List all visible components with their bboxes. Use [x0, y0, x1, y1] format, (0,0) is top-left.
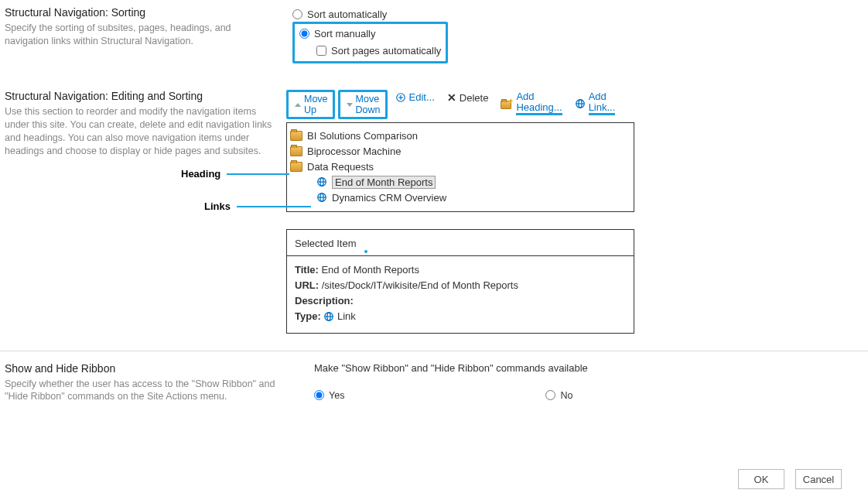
- tree-item-label: Biprocessor Machine: [307, 146, 401, 157]
- tree-item-label: Data Requests: [307, 161, 374, 173]
- sort-manual-radio[interactable]: [299, 29, 309, 39]
- sort-manual-highlight: Sort manually Sort pages automatically: [292, 22, 448, 63]
- detail-url-value: /sites/Dock/IT/wikisite/End of Month Rep…: [322, 279, 518, 291]
- editing-title: Structural Navigation: Editing and Sorti…: [5, 90, 286, 102]
- ribbon-title: Show and Hide Ribbon: [5, 362, 306, 375]
- detail-url-label: URL:: [295, 279, 319, 291]
- tree-link[interactable]: Dynamics CRM Overview: [316, 190, 630, 205]
- tree-item-label: Dynamics CRM Overview: [332, 192, 446, 204]
- ribbon-desc: Specify whether the user has access to t…: [5, 378, 275, 404]
- ribbon-no-label: No: [560, 390, 572, 401]
- add-heading-label: Add Heading...: [516, 91, 562, 115]
- caret-dot: [364, 250, 367, 253]
- sorting-desc: Specify the sorting of subsites, pages, …: [5, 22, 275, 48]
- annotation-label: Links: [204, 200, 231, 212]
- detail-type-value: Link: [337, 310, 356, 322]
- sort-auto-label: Sort automatically: [307, 9, 387, 20]
- arrow-up-icon: [293, 101, 301, 108]
- folder-icon: [290, 162, 302, 172]
- ribbon-yes-radio[interactable]: [314, 390, 324, 400]
- selected-item-panel: Selected Item Title: End of Month Report…: [286, 229, 634, 334]
- sorting-title: Structural Navigation: Sorting: [5, 6, 286, 19]
- ribbon-yes-label: Yes: [329, 390, 344, 401]
- delete-button[interactable]: ✕ Delete: [443, 90, 494, 105]
- add-link-label: Add Link...: [589, 91, 616, 115]
- link-icon: [575, 98, 586, 109]
- arrow-down-icon: [345, 101, 353, 108]
- move-down-label: Move Down: [356, 94, 381, 115]
- annotation-label: Heading: [181, 168, 220, 180]
- sort-pages-auto-label: Sort pages automatically: [331, 45, 441, 57]
- editing-desc: Use this section to reorder and modify t…: [5, 105, 275, 158]
- folder-icon: [290, 146, 302, 156]
- nav-tree: BI Solutions Comparison Biprocessor Mach…: [286, 122, 634, 212]
- sort-pages-auto-checkbox[interactable]: [316, 46, 326, 56]
- detail-header: Selected Item: [287, 230, 634, 256]
- new-folder-icon: ✦: [501, 98, 513, 109]
- delete-icon: ✕: [447, 91, 456, 104]
- move-up-button[interactable]: Move Up: [286, 90, 335, 119]
- tree-heading[interactable]: Data Requests: [290, 159, 630, 174]
- annotation-links: Links: [204, 200, 311, 212]
- annotation-heading: Heading: [181, 168, 289, 180]
- detail-type-label: Type:: [295, 310, 321, 322]
- ribbon-no-radio[interactable]: [545, 390, 555, 400]
- add-link-button[interactable]: Add Link...: [570, 90, 620, 117]
- tree-item-label: End of Month Reports: [332, 176, 436, 189]
- cancel-button[interactable]: Cancel: [795, 469, 842, 489]
- tree-item-label: BI Solutions Comparison: [307, 130, 418, 142]
- edit-button[interactable]: Edit...: [391, 90, 439, 104]
- link-icon: [323, 311, 334, 322]
- tree-heading[interactable]: Biprocessor Machine: [290, 143, 630, 159]
- tree-link-selected[interactable]: End of Month Reports: [316, 174, 630, 190]
- link-icon: [316, 192, 327, 203]
- nav-toolbar: Move Up Move Down Edit... ✕ Delete ✦ Add…: [286, 90, 868, 119]
- tree-heading[interactable]: BI Solutions Comparison: [290, 128, 630, 143]
- edit-icon: [395, 92, 406, 103]
- add-heading-button[interactable]: ✦ Add Heading...: [496, 90, 566, 117]
- sort-auto-radio[interactable]: [292, 9, 302, 19]
- edit-label: Edit...: [409, 91, 435, 103]
- detail-desc-label: Description:: [295, 295, 354, 307]
- folder-icon: [290, 131, 302, 141]
- detail-title-label: Title:: [295, 264, 319, 276]
- move-up-label: Move Up: [304, 94, 328, 115]
- ribbon-prompt: Make "Show Ribbon" and "Hide Ribbon" com…: [314, 362, 868, 374]
- ok-button[interactable]: OK: [738, 469, 784, 489]
- delete-label: Delete: [460, 92, 489, 104]
- sort-manual-label: Sort manually: [314, 28, 375, 39]
- detail-title-value: End of Month Reports: [321, 264, 419, 276]
- move-down-button[interactable]: Move Down: [338, 90, 388, 119]
- link-icon: [316, 176, 327, 187]
